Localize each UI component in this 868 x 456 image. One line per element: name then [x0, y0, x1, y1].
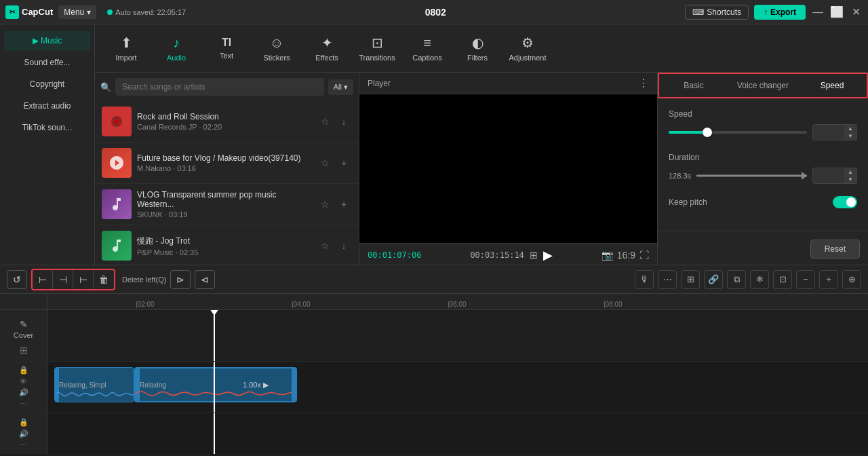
add-button[interactable]: + [336, 155, 352, 171]
maximize-button[interactable]: ⬜ [830, 5, 844, 19]
audio-icon: ♪ [173, 35, 180, 51]
play-button[interactable]: ▶ [543, 248, 553, 263]
ruler-mark: |04:00 [292, 301, 311, 308]
video-thumbnail-button[interactable]: ⊞ [20, 345, 28, 356]
sidebar-item-copyright[interactable]: Copyright [4, 74, 90, 94]
sidebar-item-music[interactable]: ▶ Music [4, 31, 90, 51]
menu-button[interactable]: Menu ▾ [58, 5, 96, 19]
list-item[interactable]: Rock and Roll Session Canal Records JP ·… [95, 101, 359, 142]
keep-pitch-toggle[interactable] [833, 196, 857, 208]
bottom-more-button[interactable]: ⋯ [20, 441, 27, 450]
download-button[interactable]: ↓ [336, 113, 352, 130]
transitions-icon: ⊡ [372, 35, 383, 51]
window-controls: — ⬜ ✕ [811, 5, 863, 19]
speed-settings: Speed 1.0x ▲ ▼ [658, 98, 868, 219]
tab-speed[interactable]: Speed [797, 74, 867, 98]
tab-voice-changer[interactable]: Voice changer [728, 74, 797, 98]
unlink-button[interactable]: 🔗 [704, 270, 723, 289]
middle-area: ▶ Music Sound effe... Copyright Extract … [0, 24, 868, 265]
audio-clip-2[interactable]: Relaxing 1.00x ▶ [134, 367, 297, 402]
undo-button[interactable]: ↺ [7, 270, 27, 289]
sidebar-item-sound-effects[interactable]: Sound effe... [4, 52, 90, 73]
toolbar-import[interactable]: ⬆ Import [102, 24, 151, 72]
auto-reframe-button[interactable]: ⊡ [773, 270, 792, 289]
toolbar-stickers[interactable]: ☺ Stickers [252, 24, 301, 72]
reset-button[interactable]: Reset [810, 240, 860, 259]
music-thumbnail [102, 148, 132, 178]
playhead [214, 310, 215, 361]
favorite-button[interactable]: ☆ [317, 155, 333, 171]
toolbar-audio[interactable]: ♪ Audio [152, 24, 201, 72]
toolbar-transitions[interactable]: ⊡ Transitions [353, 24, 401, 72]
track-actions: ☆ ↓ [317, 238, 352, 254]
microphone-button[interactable]: 🎙 [635, 270, 654, 289]
player-controls: 00:01:07:06 00:03:15:14 ⊞ ▶ 📷 16:9 ⛶ [359, 243, 657, 267]
shortcuts-button[interactable]: ⌨ Shortcuts [685, 5, 749, 20]
copy-button[interactable]: ⧉ [727, 270, 746, 289]
list-item[interactable]: 慢跑 - Jog Trot P&P Music · 02:35 ☆ ↓ [95, 225, 359, 267]
duration-decrement-button[interactable]: ▼ [844, 176, 856, 183]
cover-button[interactable]: ✎ Cover [11, 316, 36, 342]
audio-clip-1[interactable]: Relaxing, Simpl [54, 367, 134, 402]
split-left-button[interactable]: ⊣ [53, 270, 73, 289]
fullscreen-button[interactable]: ⛶ [639, 250, 649, 261]
favorite-button[interactable]: ☆ [317, 113, 333, 130]
track-visibility-button[interactable]: 👁 [20, 377, 27, 385]
split-button[interactable]: ⊢ [33, 270, 53, 289]
delete-button[interactable]: 🗑 [94, 270, 114, 289]
download-button[interactable]: ↓ [336, 238, 352, 254]
settings-button[interactable]: ⊕ [842, 270, 861, 289]
toolbar-effects[interactable]: ✦ Effects [302, 24, 351, 72]
player-menu-button[interactable]: ⋮ [638, 77, 649, 90]
mark-out-button[interactable]: ⊲ [195, 270, 215, 289]
minus-button[interactable]: − [796, 270, 815, 289]
video-preview [407, 112, 610, 226]
bottom-audio-button[interactable]: 🔊 [19, 430, 28, 438]
favorite-button[interactable]: ☆ [317, 196, 333, 212]
grid-view-button[interactable]: ⊞ [530, 250, 538, 261]
plus-button[interactable]: + [819, 270, 838, 289]
clip-end-handle[interactable] [292, 368, 296, 401]
export-button[interactable]: ↑ Export [754, 5, 806, 20]
mark-in-button[interactable]: ⊳ [170, 270, 191, 289]
aspect-ratio-button[interactable]: 16:9 [617, 250, 635, 261]
minimize-button[interactable]: — [811, 5, 825, 19]
duration-slider[interactable] [696, 174, 807, 177]
track-audio-button[interactable]: 🔊 [19, 388, 28, 397]
speed-increment-button[interactable]: ▲ [844, 125, 856, 132]
tab-basic[interactable]: Basic [659, 74, 728, 98]
duration-value-field[interactable]: 128.3s [813, 168, 844, 183]
toolbar-filters[interactable]: ◐ Filters [453, 24, 502, 72]
music-info: Future base for Vlog / Makeup video(3971… [137, 153, 311, 172]
freeze-button[interactable]: ❄ [750, 270, 769, 289]
track-lock-button[interactable]: 🔒 [19, 366, 28, 375]
list-item[interactable]: Future base for Vlog / Makeup video(3971… [95, 142, 359, 184]
list-item[interactable]: VLOG Transparent summer pop music Wester… [95, 184, 359, 225]
video-track-lane [47, 310, 868, 361]
filter-button[interactable]: All ▾ [328, 79, 353, 95]
toolbar-adjustment[interactable]: ⚙ Adjustment [503, 24, 552, 72]
sidebar-item-tiktok[interactable]: TikTok soun... [4, 117, 90, 138]
timeline-ruler: |02:00 |04:00 |06:00 |08:00 [0, 294, 868, 310]
favorite-button[interactable]: ☆ [317, 238, 333, 254]
split-right-button[interactable]: ⊢ [73, 270, 94, 289]
speed-value-field[interactable]: 1.0x [813, 125, 844, 140]
toolbar-captions[interactable]: ≡ Captions [403, 24, 452, 72]
add-button[interactable]: + [336, 196, 352, 212]
speed-decrement-button[interactable]: ▼ [844, 132, 856, 140]
left-sidebar: ▶ Music Sound effe... Copyright Extract … [0, 24, 95, 265]
search-input[interactable] [115, 78, 324, 96]
bottom-lock-button[interactable]: 🔒 [19, 418, 28, 427]
screenshot-button[interactable]: 📷 [601, 250, 613, 261]
duration-increment-button[interactable]: ▲ [844, 168, 856, 176]
app: ✂ CapCut Menu ▾ Auto saved: 22:05:17 080… [0, 0, 868, 456]
close-button[interactable]: ✕ [849, 5, 863, 19]
track-more-button[interactable]: ⋯ [20, 400, 27, 408]
audio-track-row: 🔒 👁 🔊 ⋯ Relaxing, Simpl [0, 362, 868, 413]
ruler-mark: |02:00 [136, 301, 155, 308]
sidebar-item-extract-audio[interactable]: Extract audio [4, 96, 90, 116]
link-audio-button[interactable]: ⋯ [658, 270, 677, 289]
toolbar-text[interactable]: TI Text [202, 24, 251, 72]
clip-mode-button[interactable]: ⊞ [681, 270, 700, 289]
speed-slider[interactable] [669, 131, 807, 134]
